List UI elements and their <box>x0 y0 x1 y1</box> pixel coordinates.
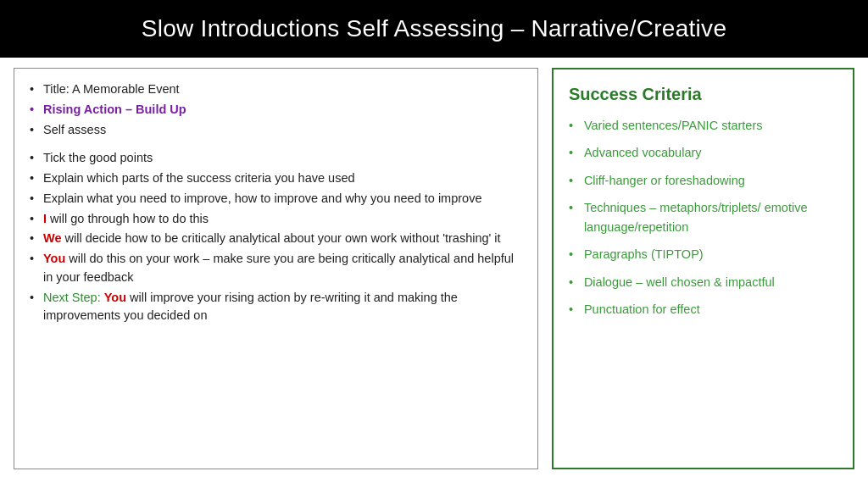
left-panel: Title: A Memorable Event Rising Action –… <box>14 68 538 469</box>
criteria-list: Varied sentences/PANIC starters Advanced… <box>569 116 837 319</box>
right-panel: Success Criteria Varied sentences/PANIC … <box>552 68 854 469</box>
criteria-item-7: Punctuation for effect <box>569 300 837 319</box>
suffix-we: will decide how to be critically analyti… <box>62 231 501 245</box>
content-area: Title: A Memorable Event Rising Action –… <box>0 58 868 480</box>
list-item-we: We will decide how to be critically anal… <box>30 230 522 248</box>
list-item-next-step: Next Step: You will improve your rising … <box>30 289 522 326</box>
criteria-item-3: Cliff-hanger or foreshadowing <box>569 171 837 190</box>
suffix-you: will do this on your work – make sure yo… <box>43 252 514 284</box>
list-item-rising-action: Rising Action – Build Up <box>30 101 522 119</box>
criteria-item-2: Advanced vocabulary <box>569 143 837 162</box>
next-step-label: Next Step: <box>43 291 104 304</box>
next-step-you: You <box>104 291 126 304</box>
list-item-explain-parts: Explain which parts of the success crite… <box>30 169 522 188</box>
success-criteria-title: Success Criteria <box>569 81 837 108</box>
suffix-i: will go through how to do this <box>47 212 209 225</box>
list-item-self-assess: Self assess <box>30 121 522 140</box>
list-item-tick: Tick the good points <box>30 149 522 168</box>
top-list: Title: A Memorable Event Rising Action –… <box>30 80 522 139</box>
list-item-i: I will go through how to do this <box>30 210 522 229</box>
prefix-you: You <box>43 252 65 265</box>
header-title: Slow Introductions Self Assessing – Narr… <box>142 15 727 42</box>
criteria-item-1: Varied sentences/PANIC starters <box>569 116 837 135</box>
colored-list: I will go through how to do this We will… <box>30 210 522 326</box>
list-item-title: Title: A Memorable Event <box>30 80 522 99</box>
criteria-item-5: Paragraphs (TIPTOP) <box>569 245 837 263</box>
prefix-we: We <box>43 231 62 245</box>
list-item-explain-improve: Explain what you need to improve, how to… <box>30 190 522 208</box>
criteria-item-6: Dialogue – well chosen & impactful <box>569 273 837 291</box>
criteria-item-4: Techniques – metaphors/triplets/ emotive… <box>569 198 837 236</box>
header: Slow Introductions Self Assessing – Narr… <box>0 0 868 58</box>
middle-list: Tick the good points Explain which parts… <box>30 149 522 208</box>
list-item-you: You will do this on your work – make sur… <box>30 250 522 287</box>
